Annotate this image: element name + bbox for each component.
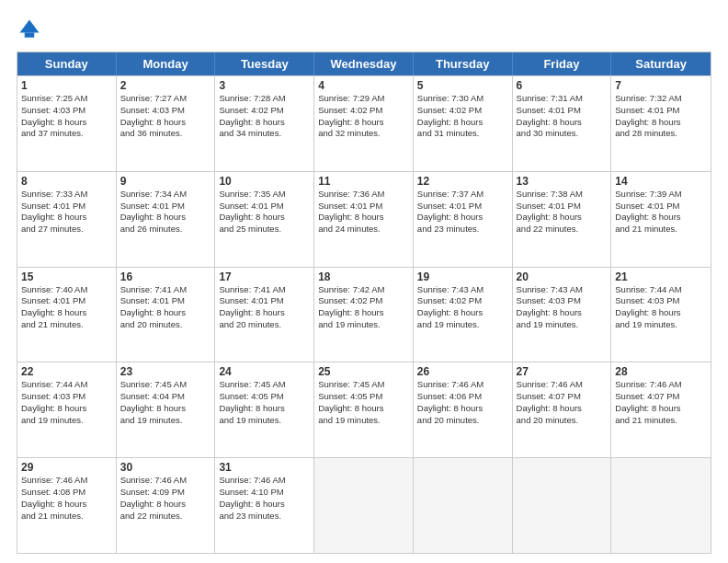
cell-info-line: Daylight: 8 hours	[517, 212, 608, 224]
cell-info-line: Sunrise: 7:42 AM	[318, 284, 409, 296]
cell-info-line: Sunset: 4:01 PM	[120, 201, 211, 213]
cell-info-line: Sunset: 4:01 PM	[615, 105, 707, 117]
cell-info-line: Sunrise: 7:30 AM	[417, 93, 508, 105]
day-number: 10	[219, 175, 310, 188]
cell-info-line: Sunrise: 7:46 AM	[615, 379, 707, 391]
day-number: 30	[120, 461, 211, 474]
empty-cell	[414, 458, 513, 553]
logo-icon	[17, 17, 42, 42]
cell-info-line: and 27 minutes.	[21, 224, 112, 236]
cell-info-line: Sunset: 4:10 PM	[219, 487, 310, 499]
cell-info-line: Daylight: 8 hours	[417, 307, 508, 319]
cell-info-line: Daylight: 8 hours	[21, 212, 112, 224]
day-cell-26: 26Sunrise: 7:46 AMSunset: 4:06 PMDayligh…	[414, 362, 513, 457]
day-cell-27: 27Sunrise: 7:46 AMSunset: 4:07 PMDayligh…	[513, 362, 612, 457]
day-number: 14	[615, 175, 707, 188]
header	[17, 17, 711, 42]
cell-info-line: Sunrise: 7:34 AM	[120, 189, 211, 201]
day-cell-24: 24Sunrise: 7:45 AMSunset: 4:05 PMDayligh…	[215, 362, 314, 457]
cell-info-line: Sunset: 4:02 PM	[417, 295, 508, 307]
day-cell-19: 19Sunrise: 7:43 AMSunset: 4:02 PMDayligh…	[414, 268, 513, 362]
cell-info-line: Sunset: 4:01 PM	[120, 295, 211, 307]
cell-info-line: and 21 minutes.	[615, 224, 707, 236]
cell-info-line: Daylight: 8 hours	[318, 117, 409, 129]
cell-info-line: and 19 minutes.	[120, 415, 211, 427]
cell-info-line: Daylight: 8 hours	[417, 403, 508, 415]
cell-info-line: Sunset: 4:05 PM	[219, 391, 310, 403]
header-day-friday: Friday	[513, 52, 612, 75]
cell-info-line: and 26 minutes.	[120, 224, 211, 236]
cell-info-line: Sunset: 4:07 PM	[615, 391, 707, 403]
cell-info-line: Sunrise: 7:31 AM	[517, 93, 608, 105]
cell-info-line: Sunset: 4:02 PM	[219, 105, 310, 117]
day-number: 16	[120, 270, 211, 283]
day-number: 26	[417, 365, 508, 378]
cell-info-line: Sunset: 4:03 PM	[517, 295, 608, 307]
cell-info-line: Sunset: 4:01 PM	[219, 201, 310, 213]
cell-info-line: Daylight: 8 hours	[219, 307, 310, 319]
cell-info-line: Sunset: 4:03 PM	[120, 105, 211, 117]
day-number: 21	[615, 270, 707, 283]
cell-info-line: Daylight: 8 hours	[615, 403, 707, 415]
day-number: 25	[318, 365, 409, 378]
day-number: 11	[318, 175, 409, 188]
cell-info-line: Sunrise: 7:46 AM	[120, 475, 211, 487]
cell-info-line: Sunrise: 7:45 AM	[120, 379, 211, 391]
day-cell-16: 16Sunrise: 7:41 AMSunset: 4:01 PMDayligh…	[117, 268, 216, 362]
cell-info-line: and 28 minutes.	[615, 128, 707, 140]
cell-info-line: Daylight: 8 hours	[517, 307, 608, 319]
day-cell-6: 6Sunrise: 7:31 AMSunset: 4:01 PMDaylight…	[513, 76, 612, 171]
cell-info-line: and 19 minutes.	[615, 319, 707, 331]
cell-info-line: Sunrise: 7:39 AM	[615, 189, 707, 201]
cell-info-line: and 19 minutes.	[219, 415, 310, 427]
cell-info-line: Sunset: 4:06 PM	[417, 391, 508, 403]
day-number: 29	[21, 461, 112, 474]
cell-info-line: and 25 minutes.	[219, 224, 310, 236]
day-number: 1	[21, 79, 112, 92]
day-number: 2	[120, 79, 211, 92]
cell-info-line: Daylight: 8 hours	[219, 212, 310, 224]
day-cell-5: 5Sunrise: 7:30 AMSunset: 4:02 PMDaylight…	[414, 76, 513, 171]
cell-info-line: Daylight: 8 hours	[21, 403, 112, 415]
week-row-5: 29Sunrise: 7:46 AMSunset: 4:08 PMDayligh…	[17, 457, 711, 553]
cell-info-line: and 20 minutes.	[120, 319, 211, 331]
cell-info-line: and 30 minutes.	[517, 128, 608, 140]
cell-info-line: and 21 minutes.	[21, 511, 112, 523]
cell-info-line: Daylight: 8 hours	[21, 117, 112, 129]
day-number: 7	[615, 79, 707, 92]
calendar: SundayMondayTuesdayWednesdayThursdayFrid…	[17, 52, 711, 554]
cell-info-line: Sunset: 4:08 PM	[21, 487, 112, 499]
cell-info-line: Sunrise: 7:25 AM	[21, 93, 112, 105]
day-cell-10: 10Sunrise: 7:35 AMSunset: 4:01 PMDayligh…	[215, 172, 314, 267]
cell-info-line: Sunrise: 7:33 AM	[21, 189, 112, 201]
cell-info-line: Sunset: 4:01 PM	[615, 201, 707, 213]
cell-info-line: Sunset: 4:01 PM	[219, 295, 310, 307]
empty-cell	[611, 458, 711, 553]
cell-info-line: and 19 minutes.	[318, 319, 409, 331]
day-cell-8: 8Sunrise: 7:33 AMSunset: 4:01 PMDaylight…	[17, 172, 117, 267]
day-number: 6	[517, 79, 608, 92]
cell-info-line: Sunrise: 7:35 AM	[219, 189, 310, 201]
cell-info-line: Sunrise: 7:46 AM	[21, 475, 112, 487]
day-number: 17	[219, 270, 310, 283]
cell-info-line: Sunset: 4:04 PM	[120, 391, 211, 403]
day-number: 5	[417, 79, 508, 92]
cell-info-line: Daylight: 8 hours	[615, 117, 707, 129]
cell-info-line: Sunset: 4:02 PM	[318, 295, 409, 307]
day-cell-21: 21Sunrise: 7:44 AMSunset: 4:03 PMDayligh…	[611, 268, 711, 362]
calendar-body: 1Sunrise: 7:25 AMSunset: 4:03 PMDaylight…	[17, 75, 711, 553]
cell-info-line: Sunset: 4:03 PM	[21, 391, 112, 403]
week-row-4: 22Sunrise: 7:44 AMSunset: 4:03 PMDayligh…	[17, 362, 711, 457]
cell-info-line: and 21 minutes.	[21, 319, 112, 331]
day-cell-4: 4Sunrise: 7:29 AMSunset: 4:02 PMDaylight…	[314, 76, 414, 171]
cell-info-line: Sunset: 4:01 PM	[417, 201, 508, 213]
day-cell-23: 23Sunrise: 7:45 AMSunset: 4:04 PMDayligh…	[117, 362, 216, 457]
cell-info-line: Sunrise: 7:41 AM	[120, 284, 211, 296]
cell-info-line: and 22 minutes.	[120, 511, 211, 523]
cell-info-line: Sunset: 4:01 PM	[318, 201, 409, 213]
day-cell-1: 1Sunrise: 7:25 AMSunset: 4:03 PMDaylight…	[17, 76, 117, 171]
cell-info-line: Daylight: 8 hours	[120, 212, 211, 224]
cell-info-line: Sunset: 4:05 PM	[318, 391, 409, 403]
day-cell-29: 29Sunrise: 7:46 AMSunset: 4:08 PMDayligh…	[17, 458, 117, 553]
day-cell-28: 28Sunrise: 7:46 AMSunset: 4:07 PMDayligh…	[611, 362, 711, 457]
